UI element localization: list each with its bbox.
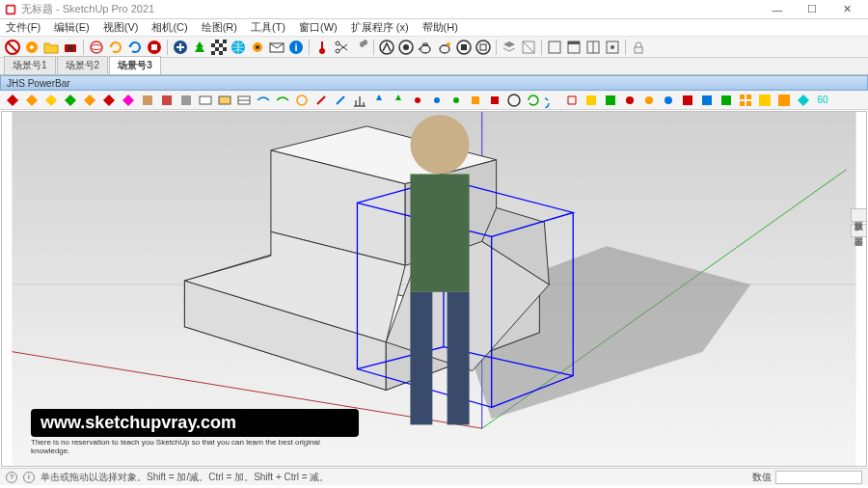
window-controls: — ☐ ✕ xyxy=(760,1,864,18)
vray-stop-icon[interactable] xyxy=(455,39,473,56)
folder-icon[interactable] xyxy=(42,39,60,56)
scene-tab-1[interactable]: 场景号1 xyxy=(4,56,56,74)
svg-rect-11 xyxy=(151,44,157,50)
wrench-icon[interactable] xyxy=(352,39,369,56)
watermark-url: www.sketchupvray.com xyxy=(31,409,359,437)
svg-rect-88 xyxy=(410,292,432,425)
status-hint: 单击或拖动以选择对象。Shift = 加/减。Ctrl = 加。Shift + … xyxy=(41,471,330,484)
tree-icon[interactable] xyxy=(191,39,208,56)
svg-rect-89 xyxy=(448,292,470,425)
menu-tools[interactable]: 工具(T) xyxy=(251,20,285,35)
main-toolbar: i xyxy=(0,37,868,58)
measure-label: 数值 xyxy=(752,471,772,484)
svg-rect-1 xyxy=(8,6,14,13)
teapot-rt-icon[interactable] xyxy=(436,39,453,56)
app-icon xyxy=(4,3,17,16)
window-split-icon[interactable] xyxy=(584,39,602,56)
gear-icon[interactable] xyxy=(249,39,266,56)
menu-help[interactable]: 帮助(H) xyxy=(422,20,458,35)
svg-rect-15 xyxy=(219,40,223,43)
svg-point-24 xyxy=(256,45,259,49)
refresh-icon[interactable] xyxy=(107,39,124,56)
teapot-icon[interactable] xyxy=(417,39,434,56)
menu-extensions[interactable]: 扩展程序 (x) xyxy=(351,20,409,35)
status-help-icon[interactable]: ? xyxy=(6,472,17,483)
svg-rect-36 xyxy=(423,43,427,45)
mail-icon[interactable] xyxy=(268,39,285,56)
maximize-button[interactable]: ☐ xyxy=(795,1,829,18)
status-info-icon[interactable]: i xyxy=(23,472,35,483)
window-title: 无标题 - SketchUp Pro 2021 xyxy=(21,2,760,16)
menu-window[interactable]: 窗口(W) xyxy=(299,20,338,35)
svg-text:i: i xyxy=(294,41,297,53)
close-button[interactable]: ✕ xyxy=(829,1,864,18)
menu-view[interactable]: 视图(V) xyxy=(103,20,139,35)
svg-point-9 xyxy=(91,44,102,49)
orbit-icon[interactable] xyxy=(88,39,105,56)
refresh-blue-icon[interactable] xyxy=(126,39,144,56)
svg-point-41 xyxy=(476,41,490,54)
status-bar: ? i 单击或拖动以选择对象。Shift = 加/减。Ctrl = 加。Shif… xyxy=(0,468,868,485)
svg-rect-87 xyxy=(410,174,469,291)
section-icon[interactable] xyxy=(520,39,537,56)
no-entry-icon[interactable] xyxy=(4,39,21,56)
svg-rect-47 xyxy=(568,41,580,44)
svg-point-37 xyxy=(440,45,449,53)
window-settings-icon[interactable] xyxy=(604,39,621,56)
powerbar-title[interactable]: JHS PowerBar xyxy=(0,75,868,91)
svg-rect-52 xyxy=(635,47,642,53)
menu-camera[interactable]: 相机(C) xyxy=(151,20,187,35)
checker-icon[interactable] xyxy=(210,39,228,56)
svg-point-29 xyxy=(319,48,325,54)
watermark-subtitle: There is no reservation to teach you Ske… xyxy=(31,439,359,456)
svg-point-31 xyxy=(336,49,339,53)
add-circle-icon[interactable] xyxy=(172,39,189,56)
vray-render-icon[interactable] xyxy=(378,39,395,56)
svg-point-51 xyxy=(610,45,614,49)
svg-rect-14 xyxy=(211,40,215,43)
temperature-icon[interactable] xyxy=(313,39,331,56)
menu-file[interactable]: 文件(F) xyxy=(6,20,41,35)
svg-rect-19 xyxy=(219,47,223,51)
svg-rect-76 xyxy=(746,95,751,99)
info-icon[interactable]: i xyxy=(287,39,305,56)
svg-point-86 xyxy=(410,115,469,174)
lock-icon[interactable] xyxy=(630,39,647,56)
menu-edit[interactable]: 编辑(E) xyxy=(54,20,90,35)
svg-point-7 xyxy=(68,45,73,51)
svg-point-5 xyxy=(30,45,34,49)
window-frame-icon[interactable] xyxy=(565,39,583,56)
title-bar: 无标题 - SketchUp Pro 2021 — ☐ ✕ xyxy=(0,0,868,19)
svg-point-8 xyxy=(91,41,102,53)
viewport[interactable]: 默认面板 鉴图器 www.sketchupvray.com There is n… xyxy=(1,111,867,467)
svg-rect-45 xyxy=(549,41,560,53)
svg-point-30 xyxy=(336,41,339,45)
scene-tab-3[interactable]: 场景号3 xyxy=(109,56,161,74)
scale-figure-icon xyxy=(8,100,868,454)
svg-rect-17 xyxy=(223,43,227,47)
svg-point-34 xyxy=(403,44,409,50)
globe-icon[interactable] xyxy=(230,39,247,56)
watermark: www.sketchupvray.com There is no reserva… xyxy=(31,409,359,456)
gear-orange-icon[interactable] xyxy=(23,39,41,56)
svg-rect-75 xyxy=(740,95,745,99)
scissors-icon[interactable] xyxy=(333,39,350,56)
stop-icon[interactable] xyxy=(146,39,163,56)
scene-tabs: 场景号1 场景号2 场景号3 xyxy=(0,58,868,75)
menu-bar: 文件(F) 编辑(E) 视图(V) 相机(C) 绘图(R) 工具(T) 窗口(W… xyxy=(0,19,868,37)
svg-rect-42 xyxy=(480,44,486,50)
vray-region-icon[interactable] xyxy=(475,39,492,56)
menu-draw[interactable]: 绘图(R) xyxy=(202,20,237,35)
svg-rect-20 xyxy=(215,51,219,55)
layers-icon[interactable] xyxy=(501,39,518,56)
minimize-button[interactable]: — xyxy=(760,1,795,18)
vray-interactive-icon[interactable] xyxy=(397,39,415,56)
svg-rect-18 xyxy=(211,47,215,51)
svg-rect-40 xyxy=(461,44,467,50)
camera-icon[interactable] xyxy=(62,39,79,56)
window-single-icon[interactable] xyxy=(546,39,563,56)
svg-point-38 xyxy=(447,42,450,46)
measurement-input[interactable] xyxy=(775,471,862,484)
scene-tab-2[interactable]: 场景号2 xyxy=(57,56,109,74)
svg-rect-16 xyxy=(215,43,219,47)
